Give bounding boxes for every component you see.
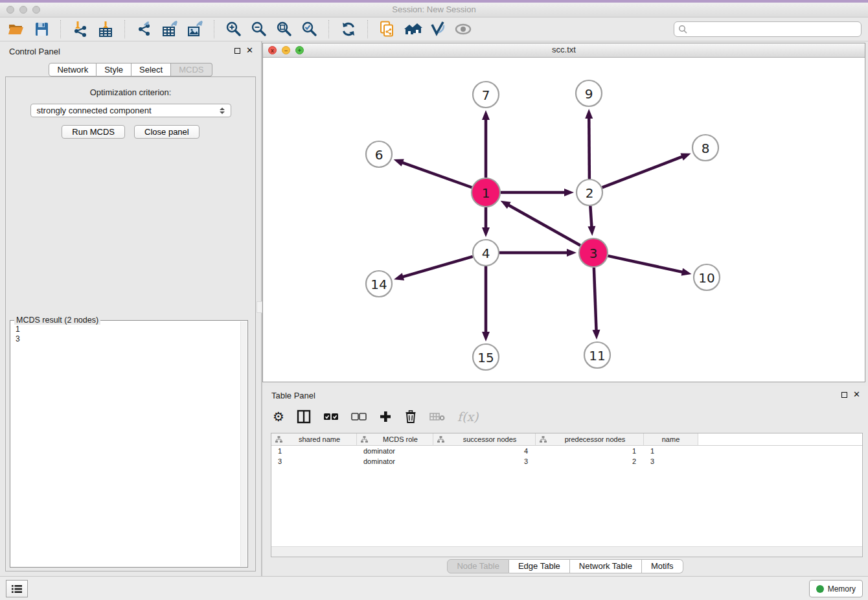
refresh-view-icon[interactable] bbox=[339, 19, 358, 39]
search-field[interactable] bbox=[674, 21, 862, 37]
column-type-icon bbox=[437, 436, 444, 443]
memory-button[interactable]: Memory bbox=[809, 580, 863, 597]
table-cell: 2 bbox=[536, 457, 644, 465]
float-panel-icon[interactable] bbox=[234, 48, 240, 54]
table-horizontal-scrollbar[interactable] bbox=[271, 546, 862, 557]
add-column-icon[interactable] bbox=[379, 410, 392, 423]
function-builder-icon: f(x) bbox=[457, 410, 479, 424]
search-icon bbox=[678, 25, 688, 34]
mcds-result-legend: MCDS result (2 nodes) bbox=[14, 316, 100, 325]
header-filler bbox=[698, 433, 862, 446]
export-table-icon[interactable] bbox=[160, 19, 179, 39]
graph-edge-3-10[interactable] bbox=[608, 256, 683, 272]
graph-edge-2-9[interactable] bbox=[589, 117, 589, 179]
import-network-from-file-icon[interactable] bbox=[71, 19, 90, 39]
graph-edge-1-6[interactable] bbox=[401, 162, 472, 187]
column-header-label: shared name bbox=[282, 435, 356, 443]
window-title: Session: New Session bbox=[0, 5, 868, 14]
select-all-rows-icon[interactable] bbox=[323, 412, 339, 421]
control-panel-tabs: NetworkStyleSelectMCDS bbox=[0, 63, 261, 76]
graph-node-label: 2 bbox=[586, 185, 594, 201]
graph-edge-4-14[interactable] bbox=[402, 257, 473, 277]
export-network-icon[interactable] bbox=[135, 19, 154, 39]
mcds-result-box: MCDS result (2 nodes) 1 3 bbox=[10, 320, 248, 568]
splitter-grip[interactable] bbox=[257, 301, 262, 313]
column-header-shared-name[interactable]: shared name bbox=[271, 433, 357, 446]
table-cell: 3 bbox=[644, 457, 698, 465]
column-header-successor-nodes[interactable]: successor nodes bbox=[433, 433, 536, 446]
graph-node-label: 3 bbox=[589, 246, 598, 261]
import-table-from-file-icon[interactable] bbox=[96, 19, 115, 39]
network-window-titlebar[interactable]: x – + scc.txt bbox=[263, 43, 865, 58]
main-area: Control Panel ✕ NetworkStyleSelectMCDS O… bbox=[0, 41, 868, 577]
table-toolbar: ⚙ f(x) bbox=[273, 405, 479, 428]
table-cell: 3 bbox=[433, 457, 536, 465]
deselect-all-rows-icon[interactable] bbox=[351, 412, 367, 421]
mcds-result-text: 1 3 bbox=[10, 321, 247, 348]
list-icon bbox=[11, 584, 23, 594]
column-header-MCDS-role[interactable]: MCDS role bbox=[357, 433, 433, 446]
show-graphics-details-icon[interactable] bbox=[453, 19, 473, 39]
tab-network-table[interactable]: Network Table bbox=[570, 559, 642, 573]
table-cell: dominator bbox=[357, 447, 433, 455]
column-header-predecessor-nodes[interactable]: predecessor nodes bbox=[536, 433, 644, 446]
control-panel-header: Control Panel ✕ bbox=[0, 41, 261, 61]
open-session-icon[interactable] bbox=[6, 19, 26, 39]
tab-edge-table[interactable]: Edge Table bbox=[509, 559, 570, 573]
table-row[interactable]: 1dominator411 bbox=[271, 446, 862, 456]
close-table-panel-icon[interactable]: ✕ bbox=[853, 391, 860, 398]
delete-columns-icon[interactable] bbox=[404, 410, 417, 424]
zoom-in-icon[interactable] bbox=[224, 19, 244, 39]
table-cell: 4 bbox=[433, 447, 536, 455]
graph-edge-arrowhead bbox=[501, 201, 511, 209]
tab-style[interactable]: Style bbox=[97, 63, 131, 76]
tab-motifs[interactable]: Motifs bbox=[642, 559, 683, 573]
graph-edge-arrowhead bbox=[394, 273, 404, 281]
toggle-panel-split-icon[interactable] bbox=[297, 410, 311, 424]
column-header-label: name bbox=[644, 435, 698, 443]
delete-table-icon bbox=[429, 411, 445, 422]
column-header-label: MCDS role bbox=[368, 435, 433, 443]
tab-select[interactable]: Select bbox=[131, 63, 171, 76]
table-cell: dominator bbox=[357, 457, 433, 465]
graph-edge-2-3[interactable] bbox=[590, 206, 591, 228]
float-table-panel-icon[interactable] bbox=[841, 392, 847, 398]
graph-node-label: 6 bbox=[375, 147, 383, 163]
export-image-icon[interactable] bbox=[185, 19, 205, 39]
save-session-icon[interactable] bbox=[32, 19, 51, 39]
node-table: shared nameMCDS rolesuccessor nodesprede… bbox=[271, 433, 863, 557]
graph-node-label: 1 bbox=[482, 185, 490, 201]
graph-edge-3-11[interactable] bbox=[594, 268, 597, 332]
graph-node-label: 7 bbox=[482, 87, 490, 103]
table-row[interactable]: 3dominator323 bbox=[271, 456, 862, 467]
open-network-in-browser-icon[interactable] bbox=[378, 19, 397, 39]
run-mcds-button[interactable]: Run MCDS bbox=[62, 125, 125, 139]
zoom-fit-icon[interactable] bbox=[275, 19, 294, 39]
settings-gear-icon[interactable]: ⚙ bbox=[273, 409, 284, 424]
mcds-tab-content: Optimization criterion: strongly connect… bbox=[5, 76, 256, 571]
network-canvas[interactable]: 1234678910111415 bbox=[263, 57, 865, 382]
optimization-select[interactable]: strongly connected component bbox=[30, 104, 231, 117]
search-input[interactable] bbox=[688, 24, 857, 34]
status-bar: Memory bbox=[0, 576, 868, 600]
graph-node-label: 14 bbox=[371, 277, 387, 292]
apply-style-icon[interactable] bbox=[428, 19, 448, 39]
toolbar-separator bbox=[124, 20, 126, 38]
graph-edge-arrowhead bbox=[588, 226, 595, 236]
tab-network[interactable]: Network bbox=[49, 63, 97, 76]
table-panel-title: Table Panel bbox=[271, 391, 315, 400]
zoom-selected-icon[interactable] bbox=[300, 19, 319, 39]
graph-edge-2-8[interactable] bbox=[602, 156, 684, 187]
tab-mcds[interactable]: MCDS bbox=[171, 63, 212, 76]
zoom-out-icon[interactable] bbox=[249, 19, 269, 39]
tab-node-table[interactable]: Node Table bbox=[447, 559, 509, 573]
task-history-button[interactable] bbox=[6, 580, 28, 597]
column-header-name[interactable]: name bbox=[644, 433, 698, 446]
close-panel-icon[interactable]: ✕ bbox=[246, 47, 253, 54]
result-scrollbar[interactable] bbox=[240, 321, 247, 566]
graph-edge-3-1[interactable] bbox=[507, 205, 580, 246]
home-icon[interactable] bbox=[403, 19, 422, 39]
close-panel-button[interactable]: Close panel bbox=[134, 125, 200, 139]
graph-node-label: 9 bbox=[585, 86, 593, 102]
graph-node-label: 15 bbox=[477, 350, 494, 365]
